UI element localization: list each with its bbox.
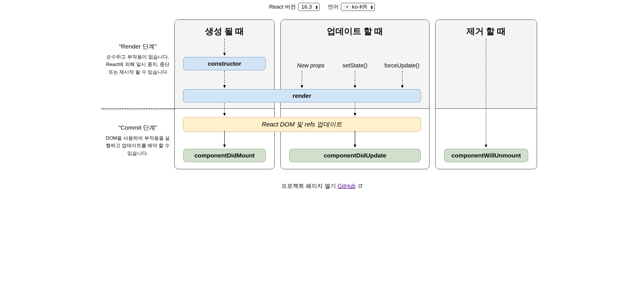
footer: 프로젝트 페이지 열기 GitHub [6, 182, 638, 190]
render-phase-desc: 순수하고 부작용이 없습니다. React에 의해 일시 중지, 중단 또는 재… [104, 53, 172, 76]
did-mount-label: componentDidMount [194, 152, 255, 159]
force-update-trigger: forceUpdate() [380, 62, 424, 69]
version-select[interactable]: 16.3 ▴▾ [298, 3, 320, 11]
language-label: 언어 [328, 3, 339, 11]
language-select[interactable]: ko-KR ▴▾ [341, 3, 375, 11]
github-link-text: GitHub [337, 183, 355, 189]
mounting-title: 생성 될 때 [175, 26, 274, 37]
version-control: React 버전 16.3 ▴▾ [269, 3, 320, 11]
sort-icon: ▴▾ [316, 5, 318, 9]
lifecycle-diagram: "Render 단계" 순수하고 부작용이 없습니다. React에 의해 일시… [101, 20, 543, 169]
commit-phase-title: "Commit 단계" [104, 124, 172, 132]
lifecycle-columns: 생성 될 때 constructor componentDidMount 업데이… [174, 20, 543, 169]
external-link-icon [358, 183, 363, 190]
render-label: render [292, 92, 311, 99]
version-value: 16.3 [301, 4, 312, 10]
did-update-label: componentDidUpdate [324, 152, 386, 159]
render-phase-label: "Render 단계" 순수하고 부작용이 없습니다. React에 의해 일시… [101, 20, 174, 108]
unmounting-commit-section: componentWillUnmount [436, 109, 537, 169]
sort-icon: ▴▾ [371, 5, 373, 9]
language-control: 언어 ko-KR ▴▾ [328, 3, 375, 11]
dom-refs-label: React DOM 및 refs 업데이트 [262, 121, 342, 128]
commit-phase-label: "Commit 단계" DOM을 사용하여 부작용을 실행하고 업데이트를 예약… [101, 109, 174, 157]
phase-divider-wrap: "Commit 단계" DOM을 사용하여 부작용을 실행하고 업데이트를 예약… [101, 108, 174, 169]
constructor-label: constructor [208, 60, 241, 67]
unmounting-column: 제거 할 때 componentWillUnmount [435, 20, 537, 169]
flag-icon [344, 5, 350, 9]
will-unmount-label: componentWillUnmount [451, 152, 521, 159]
language-value: ko-KR [352, 4, 367, 10]
phase-labels: "Render 단계" 순수하고 부작용이 없습니다. React에 의해 일시… [101, 20, 174, 169]
version-label: React 버전 [269, 3, 296, 11]
dom-refs-node: React DOM 및 refs 업데이트 [183, 117, 421, 132]
unmounting-title: 제거 할 때 [436, 26, 537, 37]
constructor-node[interactable]: constructor [183, 57, 266, 70]
did-update-node[interactable]: componentDidUpdate [289, 149, 421, 162]
github-link[interactable]: GitHub [337, 183, 355, 189]
new-props-trigger: New props [289, 62, 332, 69]
render-node[interactable]: render [183, 89, 421, 102]
will-unmount-node[interactable]: componentWillUnmount [444, 149, 528, 162]
top-controls: React 버전 16.3 ▴▾ 언어 ko-KR ▴▾ [6, 3, 638, 11]
footer-prefix: 프로젝트 페이지 열기 [281, 183, 338, 189]
unmounting-render-section: 제거 할 때 [436, 20, 537, 109]
render-phase-title: "Render 단계" [104, 42, 172, 50]
did-mount-node[interactable]: componentDidMount [183, 149, 266, 162]
set-state-trigger: setState() [336, 62, 374, 69]
updating-title: 업데이트 할 때 [281, 26, 429, 37]
commit-phase-desc: DOM을 사용하여 부작용을 실행하고 업데이트를 예약 할 수 있습니다. [104, 135, 172, 157]
